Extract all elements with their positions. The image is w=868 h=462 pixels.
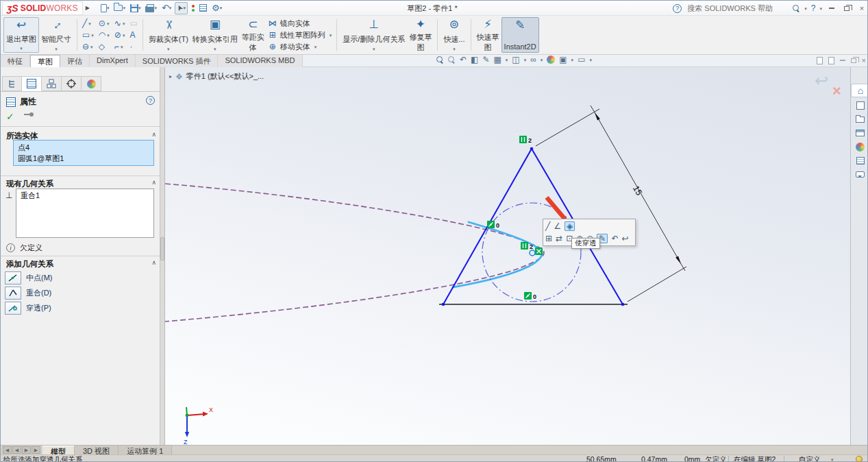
add-pierce-button[interactable]: 穿透(P) xyxy=(5,302,51,315)
add-relations-header[interactable]: 添加几何关系 xyxy=(6,259,53,269)
search-input[interactable] xyxy=(686,3,789,14)
move-entities-button[interactable]: ⊕移动实体▾ xyxy=(268,41,332,52)
ctx-coincident-icon[interactable]: ∠ xyxy=(554,222,561,230)
ok-check-icon[interactable]: ✓ xyxy=(6,111,14,122)
custom-properties-tab[interactable] xyxy=(851,154,868,167)
graphics-area[interactable]: ▸ ❖ 零件1 (默认<<默认>_... xyxy=(165,67,850,445)
relation-badge-left[interactable]: 0 xyxy=(487,221,499,229)
zoom-area-icon[interactable] xyxy=(448,56,456,64)
design-library-tab[interactable] xyxy=(851,112,868,126)
new-document-button[interactable]: ▾ xyxy=(99,2,111,14)
dimension-15[interactable]: 15 xyxy=(536,106,686,302)
display-delete-relations-button[interactable]: ⊥ 显示/删除几何关系 ▾ xyxy=(340,17,407,53)
collapse-chevron-icon[interactable]: ∧ xyxy=(151,259,156,266)
zoom-fit-icon[interactable] xyxy=(436,56,444,64)
point-tool-button[interactable]: · xyxy=(129,41,137,52)
tab-model[interactable]: 模型 xyxy=(42,446,75,454)
pin-icon[interactable] xyxy=(24,114,31,115)
arc-tool-button[interactable]: ◠▾ xyxy=(99,29,110,40)
confirm-exit-sketch-icon[interactable]: ↩ xyxy=(815,71,828,90)
collapse-chevron-icon[interactable]: ∧ xyxy=(151,179,156,186)
resources-tab[interactable] xyxy=(851,99,868,112)
restore-button[interactable] xyxy=(841,3,852,13)
open-document-button[interactable]: ▾ xyxy=(112,2,127,14)
tab-addins[interactable]: SOLIDWORKS 插件 xyxy=(136,55,219,67)
display-style-icon[interactable]: ◫ xyxy=(512,56,519,64)
tab-3d-views[interactable]: 3D 视图 xyxy=(75,446,119,454)
polygon-tool-button[interactable]: ◇ xyxy=(99,41,110,52)
ellipse-tool-button[interactable]: ⊘▾ xyxy=(114,29,125,40)
ctx-exit-sketch-icon[interactable]: ↩ xyxy=(621,234,628,243)
panel-help-icon[interactable]: ? xyxy=(146,96,155,105)
sketch-canvas[interactable]: 15 2 0 2 xyxy=(165,67,850,445)
first-tab-button[interactable]: ◀ xyxy=(3,446,12,454)
mirror-entities-button[interactable]: ⋈镜向实体 xyxy=(268,18,332,29)
quick-tip-icon[interactable] xyxy=(856,456,863,462)
next-document-icon[interactable] xyxy=(828,57,834,64)
collapse-chevron-icon[interactable]: ∧ xyxy=(151,131,156,138)
fillet-tool-button[interactable]: ⌐▾ xyxy=(114,41,125,52)
configuration-manager-tab[interactable] xyxy=(42,76,62,91)
save-button[interactable]: ▾ xyxy=(129,2,142,14)
selected-point[interactable] xyxy=(530,250,535,256)
help-menu-button[interactable]: ? xyxy=(811,3,816,13)
ctx-undo-icon[interactable]: ↶ xyxy=(611,234,618,243)
existing-relations-header[interactable]: 现有几何关系 xyxy=(6,179,53,189)
exit-sketch-button[interactable]: ↩ 退出草图 ▾ xyxy=(3,17,39,53)
linear-pattern-button[interactable]: ⊞线性草图阵列▾ xyxy=(268,29,332,40)
text-tool-button[interactable]: A xyxy=(129,29,137,40)
help-dropdown-caret[interactable]: ▾ xyxy=(819,6,822,11)
add-midpoint-button[interactable]: 中点(M) xyxy=(5,271,53,284)
relation-badge-apex[interactable]: 2 xyxy=(519,136,532,144)
undo-button[interactable]: ↶▾ xyxy=(160,2,173,14)
relation-badge-mid[interactable]: 2 xyxy=(521,242,533,250)
tab-dimxpert[interactable]: DimXpert xyxy=(90,55,136,67)
search-dropdown-caret[interactable]: ▾ xyxy=(804,6,807,11)
dimxpert-manager-tab[interactable] xyxy=(62,76,82,91)
relation-badge-bottom[interactable]: 0 xyxy=(524,292,536,300)
options-button[interactable]: ⚙▾ xyxy=(210,2,223,14)
instant2d-toggle[interactable]: ✎ Instant2D xyxy=(501,17,539,53)
smart-dimension-button[interactable]: ↔ 智能尺寸 ▾ xyxy=(39,17,73,53)
vertex-point[interactable] xyxy=(442,303,445,306)
annotation-view-icon[interactable]: ✎ xyxy=(482,56,489,64)
apply-scene-icon[interactable]: ▣ xyxy=(559,56,567,64)
feature-manager-tab[interactable] xyxy=(2,76,22,91)
convert-entities-button[interactable]: ▣ 转换实体引用 ▾ xyxy=(190,17,240,53)
selected-entities-list[interactable]: 点4 圆弧1@草图1 xyxy=(13,140,154,166)
edit-appearance-icon[interactable] xyxy=(547,56,555,64)
rapid-sketch-button[interactable]: ⚡ 快速草 图 xyxy=(475,17,501,53)
doc-restore-icon[interactable] xyxy=(851,58,856,63)
display-manager-tab[interactable] xyxy=(82,76,101,91)
cancel-sketch-icon[interactable]: × xyxy=(832,82,841,100)
last-tab-button[interactable]: ▶ xyxy=(32,446,40,454)
line-tool-button[interactable]: ╱▾ xyxy=(82,18,94,29)
tab-evaluate[interactable]: 评估 xyxy=(60,55,90,67)
forum-tab[interactable] xyxy=(851,167,868,181)
prev-tab-button[interactable]: ◀ xyxy=(12,446,21,454)
home-tab[interactable]: ⌂ xyxy=(851,84,868,97)
view-settings-icon[interactable]: ▭ xyxy=(578,56,585,64)
add-coincident-button[interactable]: 重合(D) xyxy=(5,287,51,300)
vertex-point[interactable] xyxy=(530,147,534,151)
prev-document-icon[interactable] xyxy=(817,57,823,64)
appearances-tab[interactable] xyxy=(851,140,868,154)
next-tab-button[interactable]: ▶ xyxy=(22,446,31,454)
spline-tool-button[interactable]: ∿▾ xyxy=(114,18,125,29)
splitter-handle[interactable] xyxy=(160,237,164,260)
quick-snaps-button[interactable]: ⊚ 快速... ▾ xyxy=(441,17,467,53)
rebuild-button[interactable] xyxy=(190,2,196,14)
tab-motion-study[interactable]: 运动算例 1 xyxy=(119,446,172,454)
ctx-line-icon[interactable]: ╱ xyxy=(545,222,550,230)
close-button[interactable]: × xyxy=(856,3,867,13)
conic-curve[interactable] xyxy=(165,184,544,321)
ctx-pierce-button[interactable]: ◈ xyxy=(565,221,575,231)
slot-tool-button[interactable]: ⊖▾ xyxy=(82,41,94,52)
ctx-swap-icon[interactable]: ⇄ xyxy=(556,234,562,243)
hide-show-items-icon[interactable]: ∞ xyxy=(530,56,536,64)
menu-flyout-icon[interactable]: ▶ xyxy=(86,5,90,11)
print-button[interactable]: ▾ xyxy=(144,2,158,14)
doc-minimize-icon[interactable] xyxy=(840,60,845,61)
units-caret-icon[interactable]: ▾ xyxy=(831,457,834,462)
select-tool-button[interactable]: ➤▾ xyxy=(175,2,188,14)
